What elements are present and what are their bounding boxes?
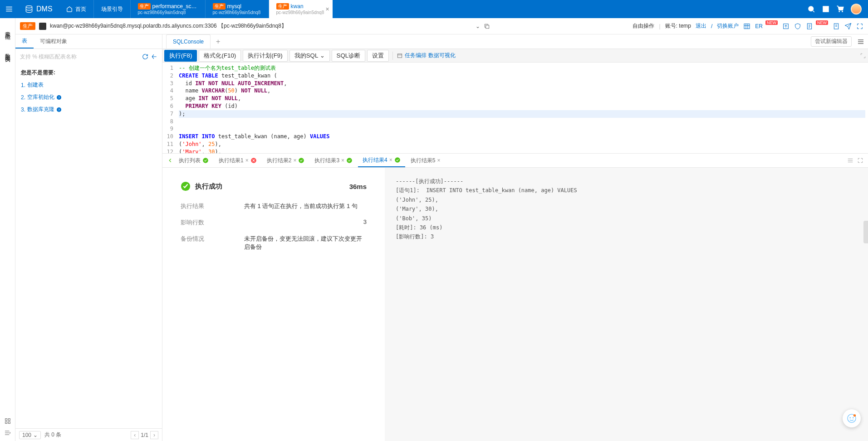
collapse-icon[interactable] — [4, 429, 11, 436]
logo-icon — [25, 5, 34, 14]
need-item-clone[interactable]: 3.数据库克隆? — [21, 106, 157, 113]
tab-sql-console[interactable]: SQLConsole — [166, 34, 211, 48]
help-icon[interactable]: ? — [56, 95, 62, 100]
result-tab-1[interactable]: 执行结果1× — [214, 154, 261, 167]
result-tab-list[interactable]: 执行列表 — [174, 154, 213, 167]
env-badge: 生产 — [138, 3, 151, 10]
tab-db-kwan[interactable]: 生产kwan pc-wz98h66y9ain5dnq8 × — [269, 0, 333, 18]
chevron-down-icon[interactable]: ⌄ — [476, 23, 480, 29]
plan-button[interactable]: 执行计划(F9) — [243, 50, 287, 62]
error-icon — [250, 157, 257, 164]
workspace: 表 可编程对象 您是不是需要: 1.创建表 2.空库初始化? 3.数据库克隆? … — [15, 34, 868, 441]
sql-editor[interactable]: 1234567891011121314151617 -- 创建一个名为test_… — [162, 63, 868, 153]
refresh-icon[interactable] — [142, 53, 148, 60]
env-badge: 生产 — [20, 22, 35, 30]
expand-icon[interactable] — [857, 157, 863, 164]
close-icon[interactable]: × — [437, 157, 441, 164]
rows-label: 影响行数 — [181, 218, 244, 227]
back-icon[interactable] — [167, 157, 173, 164]
svg-rect-17 — [398, 53, 402, 57]
expand-icon[interactable] — [860, 53, 866, 59]
search-icon[interactable] — [807, 5, 815, 13]
menu-icon[interactable] — [857, 38, 864, 45]
mysql-button[interactable]: 我的SQL ⌄ — [289, 50, 330, 62]
svg-rect-5 — [8, 419, 10, 421]
need-item-create-table[interactable]: 1.创建表 — [21, 81, 157, 89]
window-icon[interactable] — [822, 5, 830, 13]
format-button[interactable]: 格式化(F10) — [199, 50, 241, 62]
cart-icon[interactable] — [836, 5, 844, 13]
editor-code[interactable]: -- 创建一个名为test_table的测试表CREATE TABLE test… — [176, 63, 868, 153]
close-icon[interactable]: × — [245, 157, 249, 164]
check-icon — [346, 157, 353, 164]
exec-time: 36ms — [349, 183, 367, 190]
assistant-button[interactable] — [843, 409, 861, 427]
svg-rect-28 — [854, 415, 855, 416]
side-handle[interactable] — [863, 221, 868, 243]
tab-db-name: performance_schema — [152, 3, 198, 10]
export-icon[interactable] — [782, 23, 790, 30]
tab-guide[interactable]: 场景引导 — [94, 0, 131, 18]
connection-bar: 生产 kwan@pc-wz98h66y9ain5dnq8.mysql.polar… — [15, 18, 868, 34]
close-icon[interactable]: × — [389, 157, 392, 163]
rail-dbinstance[interactable]: 数据库实例 — [4, 49, 11, 53]
back-icon[interactable] — [151, 53, 157, 60]
tab-db-sub: pc-wz98h66y9ain5dnq8 — [138, 10, 198, 15]
rows-value: 3 — [244, 218, 367, 227]
diag-button[interactable]: SQL诊断 — [332, 50, 366, 62]
result-tab-3[interactable]: 执行结果3× — [310, 154, 357, 167]
svg-rect-8 — [485, 25, 489, 28]
grid-icon[interactable] — [4, 417, 11, 425]
tab-db-mysql[interactable]: 生产mysql pc-wz98h66y9ain5dnq8 — [206, 0, 269, 18]
copy-icon[interactable] — [484, 23, 490, 29]
next-page-button[interactable]: › — [150, 431, 158, 439]
tab-programmable[interactable]: 可编程对象 — [34, 34, 74, 48]
viz-link[interactable]: 数据可视化 — [428, 52, 456, 59]
svg-rect-9 — [744, 24, 750, 29]
result-tab-5[interactable]: 执行结果5× — [406, 154, 445, 167]
switch-link[interactable]: 切换账户 — [717, 22, 739, 30]
close-icon[interactable]: × — [325, 5, 329, 13]
avatar[interactable] — [851, 4, 862, 15]
prev-page-button[interactable]: ‹ — [131, 431, 139, 439]
rail-common[interactable]: 常用功能 — [4, 27, 11, 31]
header-right — [807, 4, 868, 15]
close-icon[interactable]: × — [341, 157, 344, 164]
tab-db-name: mysql — [227, 3, 241, 10]
result-tab-4[interactable]: 执行结果4× — [358, 154, 405, 167]
send-icon[interactable] — [844, 23, 852, 30]
mode-label: 自由操作 — [633, 22, 654, 30]
search-input[interactable] — [20, 52, 139, 62]
result-tabs: 执行列表 执行结果1× 执行结果2× 执行结果3× 执行结果4× 执行结果5× — [162, 153, 868, 168]
task-link[interactable]: 任务编排 — [405, 52, 427, 59]
top-tabs: 首页 场景引导 生产performance_schema pc-wz98h66y… — [59, 0, 333, 18]
add-tab-button[interactable]: + — [212, 38, 224, 46]
tab-table[interactable]: 表 — [15, 34, 34, 48]
result-tab-2[interactable]: 执行结果2× — [262, 154, 309, 167]
help-icon[interactable]: ? — [56, 107, 62, 112]
fullscreen-icon[interactable] — [856, 23, 863, 30]
page-size-select[interactable]: 100 ⌄ — [19, 431, 41, 439]
try-editor-button[interactable]: 尝试新编辑器 — [811, 36, 852, 47]
er-link[interactable]: ER — [755, 23, 763, 29]
svg-point-21 — [347, 158, 352, 163]
tab-db-performance[interactable]: 生产performance_schema pc-wz98h66y9ain5dnq… — [131, 0, 206, 18]
side-rail: 常用功能 数据库实例 — [0, 18, 15, 441]
settings-button[interactable]: 设置 — [367, 50, 389, 62]
results-panel: 执行成功 36ms 执行结果共有 1 语句正在执行，当前成功执行第 1 句 影响… — [162, 168, 868, 441]
doc-icon[interactable] — [806, 23, 813, 30]
close-icon[interactable]: × — [293, 157, 296, 164]
tab-home[interactable]: 首页 — [59, 0, 94, 18]
table-icon[interactable] — [743, 23, 750, 30]
editor-tabs: SQLConsole + 尝试新编辑器 — [162, 34, 868, 49]
list-icon[interactable] — [833, 23, 840, 30]
logout-link[interactable]: 退出 — [696, 22, 706, 30]
logo[interactable]: DMS — [18, 5, 59, 14]
menu-icon[interactable] — [847, 157, 853, 164]
tab-home-label: 首页 — [75, 5, 86, 13]
menu-button[interactable] — [0, 0, 18, 18]
shield-icon[interactable] — [794, 23, 801, 30]
run-button[interactable]: 执行(F8) — [164, 50, 197, 62]
need-item-init[interactable]: 2.空库初始化? — [21, 93, 157, 101]
svg-point-1 — [809, 6, 814, 11]
